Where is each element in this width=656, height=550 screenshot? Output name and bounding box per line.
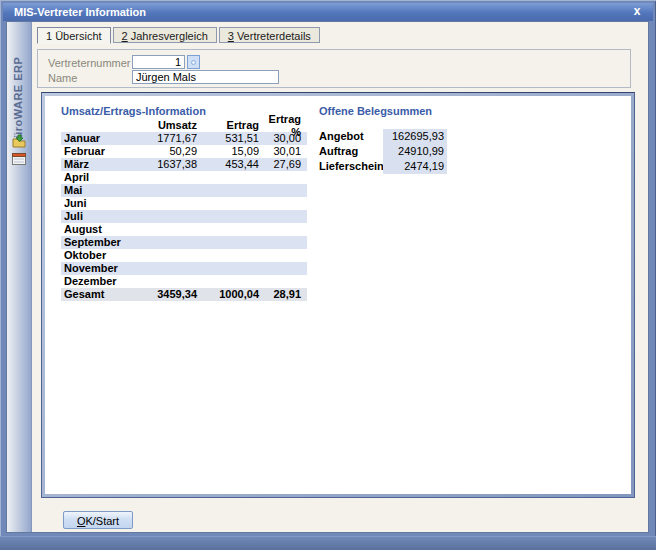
table-row: April — [61, 171, 307, 184]
dialog-body: BüroWARE ERP — [6, 21, 649, 533]
tab-bar: 1Übersicht 2Jahresvergleich 3Vertreterde… — [37, 27, 320, 44]
beleg-row: Angebot 162695,93 — [319, 129, 447, 144]
beleg-value: 24910,99 — [383, 144, 447, 159]
window: MIS-Vertreter Information x BüroWARE ERP — [0, 0, 656, 550]
table-row: Februar50,2915,0930,01 — [61, 145, 307, 158]
table-row: März1637,38453,4427,69 — [61, 158, 307, 171]
beleg-row: Lieferschein 2474,19 — [319, 159, 447, 174]
umsatz-table: Umsatz Ertrag Ertrag % Januar1771,67531,… — [61, 119, 307, 301]
beleg-section-title: Offene Belegsummen — [319, 105, 432, 117]
table-row: Dezember — [61, 275, 307, 288]
table-row: August — [61, 223, 307, 236]
table-row: Juni — [61, 197, 307, 210]
tab-label: Jahresvergleich — [131, 30, 208, 42]
table-total-row: Gesamt 3459,34 1000,04 28,91 — [61, 288, 307, 301]
window-title: MIS-Vertreter Information — [14, 6, 146, 18]
vertreternummer-input[interactable] — [132, 55, 185, 69]
tab-number: 2 — [122, 30, 128, 42]
lookup-icon — [191, 60, 196, 65]
tab-label: Übersicht — [55, 30, 101, 42]
table-body: Januar1771,67531,5130,00 Februar50,2915,… — [61, 132, 307, 288]
header-umsatz: Umsatz — [125, 119, 197, 132]
tab-number: 1 — [46, 30, 52, 42]
folder-import-icon[interactable] — [11, 134, 27, 150]
beleg-label: Angebot — [319, 129, 383, 144]
beleg-label: Auftrag — [319, 144, 383, 159]
table-row: September — [61, 236, 307, 249]
table-header-row: Umsatz Ertrag Ertrag % — [61, 119, 307, 132]
main-panel: Umsatz/Ertrags-Information Offene Belegs… — [45, 96, 631, 494]
beleg-value: 162695,93 — [383, 129, 447, 144]
tab-label: Vertreterdetails — [237, 30, 311, 42]
window-form-icon[interactable] — [11, 151, 27, 167]
tab-number: 3 — [228, 30, 234, 42]
beleg-panel: Angebot 162695,93 Auftrag 24910,99 Liefe… — [319, 129, 447, 174]
table-row: Oktober — [61, 249, 307, 262]
beleg-value: 2474,19 — [383, 159, 447, 174]
close-icon[interactable]: x — [630, 3, 644, 21]
tab-jahresvergleich[interactable]: 2Jahresvergleich — [113, 27, 217, 43]
name-input[interactable] — [132, 70, 279, 84]
brand-logo: BüroWARE ERP — [12, 27, 24, 147]
lookup-button[interactable] — [187, 55, 200, 69]
table-row: Mai — [61, 184, 307, 197]
tab-uebersicht[interactable]: 1Übersicht — [37, 27, 111, 44]
header-ertrag: Ertrag — [197, 119, 259, 132]
main-panel-frame: Umsatz/Ertrags-Information Offene Belegs… — [41, 92, 635, 498]
ok-start-button[interactable]: OK/Start — [63, 511, 133, 529]
table-row: Januar1771,67531,5130,00 — [61, 132, 307, 145]
beleg-row: Auftrag 24910,99 — [319, 144, 447, 159]
ok-button-rest: K/Start — [85, 515, 119, 527]
screenshot-stage: MIS-Vertreter Information x BüroWARE ERP — [0, 0, 656, 550]
beleg-label: Lieferschein — [319, 159, 383, 174]
tab-vertreterdetails[interactable]: 3Vertreterdetails — [219, 27, 320, 43]
umsatz-section-title: Umsatz/Ertrags-Information — [61, 105, 206, 117]
title-bar[interactable]: MIS-Vertreter Information x — [3, 3, 653, 21]
name-label: Name — [48, 72, 77, 84]
vertreternummer-label: Vertreternummer — [48, 57, 131, 69]
vertreter-fieldset: Vertreternummer Name — [37, 49, 631, 88]
sidebar: BüroWARE ERP — [7, 22, 32, 532]
table-row: November — [61, 262, 307, 275]
table-row: Juli — [61, 210, 307, 223]
